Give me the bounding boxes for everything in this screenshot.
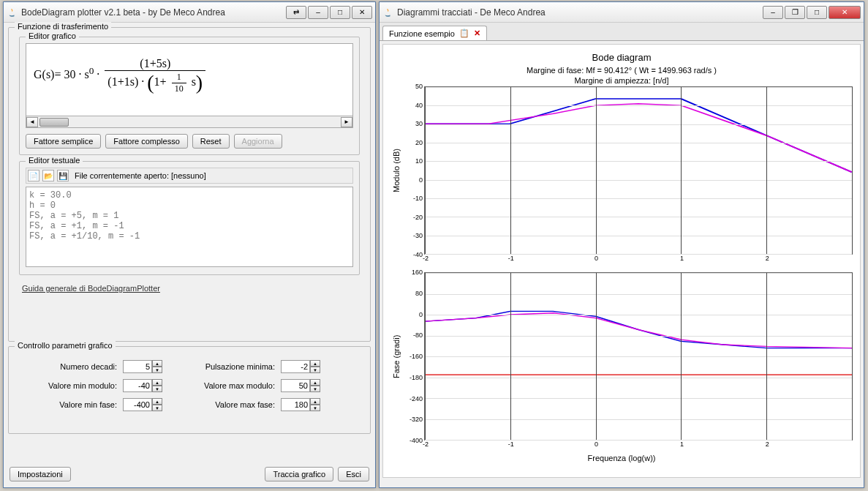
swap-button[interactable]: ⇄ [286, 6, 306, 19]
plot-main-phase [424, 272, 853, 441]
chart-area: Bode diagram Margine di fase: Mf = 90.41… [382, 44, 861, 478]
tab-label: Funzione esempio [389, 29, 455, 38]
mag-curves [425, 87, 852, 254]
legend-transfer: Funzione di trasferimento [15, 22, 111, 31]
vmin-fase-spinner[interactable]: ▲▼ [123, 398, 167, 411]
bottom-buttons: Impostazioni Traccia grafico Esci [10, 467, 369, 481]
num-dec-spinner[interactable]: ▲▼ [123, 360, 167, 373]
exit-button[interactable]: Esci [338, 467, 369, 481]
puls-min-spinner[interactable]: ▲▼ [281, 360, 325, 373]
code-textarea[interactable] [26, 187, 353, 267]
titlebar-right[interactable]: Diagrammi tracciati - De Meco Andrea – ❐… [380, 2, 864, 23]
minimize-button[interactable]: – [308, 6, 328, 19]
titlebar-left[interactable]: BodeDiagram plotter v2.1 beta - by De Me… [4, 2, 375, 23]
plots-container: Modulo (dB) 50403020100-10-20-30-40 -2-1… [390, 86, 853, 468]
minimize-button[interactable]: – [763, 6, 783, 19]
scroll-left-arrow[interactable]: ◄ [26, 117, 38, 127]
save-file-icon[interactable]: 💾 [57, 170, 69, 181]
text-editor-group: Editor testuale 📄 📂 💾 File correntemente… [19, 161, 360, 275]
formula-fraction: (1+5s) (1+1s) · (1+ 110 s) [105, 57, 205, 94]
plot-main-mag [424, 86, 853, 255]
vmax-fase-label: Valore max fase: [173, 400, 275, 409]
formula-scrollbar[interactable]: ◄ ► [26, 116, 353, 128]
reset-button[interactable]: Reset [192, 134, 230, 149]
num-dec-label: Numero decadi: [29, 362, 117, 371]
vmax-mod-label: Valore max modulo: [173, 381, 275, 390]
maximize-button[interactable]: □ [330, 6, 350, 19]
restore-button[interactable]: ❐ [785, 6, 805, 19]
tab-close-icon[interactable]: ✕ [474, 29, 480, 38]
window-buttons-right: – ❐ □ ✕ [763, 6, 861, 19]
complex-factor-button[interactable]: Fattore complesso [105, 134, 187, 149]
graphic-editor-group: Editor grafico G(s)= 30 · s0 · (1+5s) (1… [19, 37, 360, 155]
window-buttons: ⇄ – □ ✕ [286, 6, 372, 19]
settings-button[interactable]: Impostazioni [10, 467, 71, 481]
chart-sub1: Margine di fase: Mf = 90.412° ( Wt = 149… [390, 66, 853, 75]
plot-button[interactable]: Traccia grafico [265, 467, 333, 481]
legend-graphic: Editor grafico [26, 31, 79, 40]
formula-display: G(s)= 30 · s0 · (1+5s) (1+1s) · (1+ 110 … [26, 43, 353, 116]
java-icon [382, 7, 393, 18]
xlabel: Frequenza (log(w)) [390, 454, 853, 462]
vmin-mod-spinner[interactable]: ▲▼ [123, 379, 167, 392]
scroll-track[interactable] [38, 117, 341, 127]
vmin-fase-label: Valore min fase: [29, 400, 117, 409]
left-window: BodeDiagram plotter v2.1 beta - by De Me… [3, 1, 376, 488]
puls-min-label: Pulsazione minima: [173, 362, 275, 371]
right-window: Diagrammi tracciati - De Meco Andrea – ❐… [379, 1, 864, 488]
chart-sub2: Margine di ampiezza: [n/d] [390, 76, 853, 85]
ylabel-phase: Fase (gradi) [390, 272, 402, 441]
close-button[interactable]: ✕ [829, 6, 861, 19]
java-icon [7, 7, 17, 18]
formula-prefix: G(s)= 30 · s [34, 68, 89, 80]
title-right: Diagrammi tracciati - De Meco Andrea [397, 7, 763, 18]
ylabel-mag: Modulo (dB) [390, 86, 402, 255]
yticks-phase: 160800-80-160-180-240-320-400 [402, 272, 424, 441]
scroll-right-arrow[interactable]: ► [341, 117, 352, 127]
xticks-mag: -2-1012 [426, 255, 853, 265]
xticks-phase: -2-1012 [426, 441, 853, 451]
new-file-icon[interactable]: 📄 [28, 170, 39, 181]
vmax-mod-spinner[interactable]: ▲▼ [281, 379, 325, 392]
legend-text: Editor testuale [26, 156, 83, 165]
tab-export-icon[interactable]: 📋 [459, 29, 469, 38]
vmax-fase-spinner[interactable]: ▲▼ [281, 398, 325, 411]
maximize-button[interactable]: □ [807, 6, 827, 19]
title-left: BodeDiagram plotter v2.1 beta - by De Me… [21, 7, 286, 18]
legend-params: Controllo parametri grafico [15, 341, 116, 350]
transfer-function-group: Funzione di trasferimento Editor grafico… [8, 27, 371, 342]
text-toolbar: 📄 📂 💾 File correntemente aperto: [nessun… [26, 168, 353, 184]
current-file-label: File correntemente aperto: [nessuno] [75, 171, 206, 180]
magnitude-plot: Modulo (dB) 50403020100-10-20-30-40 [390, 86, 853, 255]
param-grid: Numero decadi: ▲▼ Pulsazione minima: ▲▼ … [29, 360, 364, 411]
chart-title: Bode diagram [390, 52, 853, 63]
guide-link[interactable]: Guida generale di BodeDiagramPlotter [22, 284, 160, 293]
tabbar: Funzione esempio 📋 ✕ [380, 23, 864, 41]
vmin-mod-label: Valore min modulo: [29, 381, 117, 390]
phase-plot: Fase (gradi) 160800-80-160-180-240-320-4… [390, 272, 853, 441]
close-button[interactable]: ✕ [352, 6, 372, 19]
simple-factor-button[interactable]: Fattore semplice [26, 134, 101, 149]
scroll-thumb[interactable] [39, 118, 69, 127]
update-button[interactable]: Aggiorna [234, 134, 282, 149]
tab-example[interactable]: Funzione esempio 📋 ✕ [382, 26, 487, 40]
open-file-icon[interactable]: 📂 [42, 170, 54, 181]
yticks-mag: 50403020100-10-20-30-40 [402, 86, 424, 255]
params-group: Controllo parametri grafico Numero decad… [8, 346, 371, 434]
